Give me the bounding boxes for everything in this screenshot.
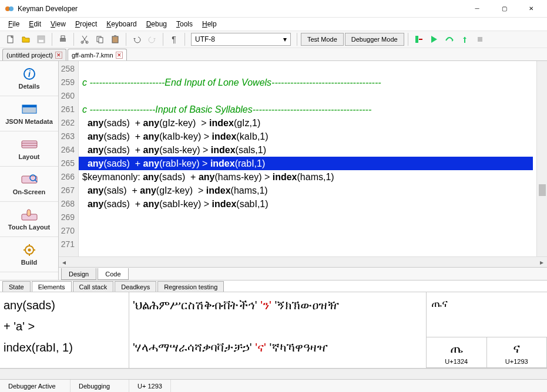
status-bar: Debugger Active Debugging U+ 1293 (0, 379, 547, 392)
status-debugger-active: Debugger Active (0, 380, 71, 392)
document-tab-label: (untitled project) (6, 52, 53, 59)
undo-icon[interactable] (130, 32, 144, 46)
codepoint-cell: ና U+1293 (486, 337, 548, 368)
menu-tools[interactable]: Tools (172, 19, 197, 29)
tab-state[interactable]: State (2, 281, 31, 292)
svg-rect-5 (60, 38, 66, 42)
svg-rect-11 (112, 36, 118, 43)
debugger-panel: any(sads)+ 'a' >index(rabI, 1) 'ህልሕምሥርስሽ… (0, 292, 547, 369)
vertical-scrollbar[interactable] (536, 61, 547, 256)
minimize-button[interactable]: ─ (464, 0, 491, 18)
codepoint-code: U+1324 (445, 358, 468, 365)
sidebar-item-details[interactable]: i Details (0, 61, 58, 96)
sidebar-item-json[interactable]: JSON Metadata (0, 96, 58, 131)
touch-icon (21, 208, 38, 221)
sidebar-item-touch[interactable]: Touch Layout (0, 202, 58, 237)
codepoint-glyph: ጤ (450, 341, 463, 356)
menu-bar: File Edit View Project Keyboard Debug To… (0, 18, 547, 31)
redo-icon[interactable] (145, 32, 159, 46)
menu-keyboard[interactable]: Keyboard (102, 19, 141, 29)
test-mode-button[interactable]: Test Mode (301, 33, 344, 46)
svg-point-8 (86, 41, 88, 43)
cut-icon[interactable] (78, 32, 92, 46)
save-icon[interactable] (34, 32, 48, 46)
chevron-down-icon: ▾ (283, 35, 287, 43)
menu-debug[interactable]: Debug (142, 19, 172, 29)
sidebar-item-label: On-Screen (13, 188, 46, 195)
debug-stop-icon[interactable] (473, 32, 487, 46)
sidebar-item-label: Build (21, 259, 38, 266)
debugger-horizontal-scrollbar[interactable] (0, 369, 547, 379)
status-codepoint: U+ 1293 (129, 380, 171, 392)
debugger-mode-button[interactable]: Debugger Mode (345, 33, 404, 46)
encoding-select[interactable]: UTF-8 ▾ (191, 33, 291, 46)
info-icon: i (21, 67, 38, 80)
debugger-rule-column: any(sads)+ 'a' >index(rabI, 1) (0, 292, 129, 368)
paste-icon[interactable] (108, 32, 122, 46)
sidebar-item-label: Touch Layout (8, 224, 50, 231)
toolbar: ¶ UTF-8 ▾ Test Mode Debugger Mode (0, 31, 547, 48)
sidebar-item-label: Layout (18, 153, 39, 160)
debugger-preview-panel: ጤና ጤ U+1324 ና U+1293 (427, 292, 547, 368)
menu-help[interactable]: Help (197, 19, 222, 29)
debug-run-icon[interactable] (427, 32, 441, 46)
line-number-gutter: 2582592602612622632642652662672682692702… (59, 61, 79, 256)
menu-edit[interactable]: Edit (24, 19, 46, 29)
svg-rect-6 (61, 36, 65, 38)
document-tab[interactable]: (untitled project) ✕ (2, 49, 66, 60)
svg-point-7 (81, 41, 83, 43)
svg-rect-10 (99, 38, 103, 43)
horizontal-scrollbar[interactable]: ◂▸ (59, 256, 547, 267)
title-bar: Keyman Developer ─ ▢ ✕ (0, 0, 547, 18)
tab-code[interactable]: Code (98, 268, 128, 280)
codepoint-cell: ጤ U+1324 (426, 337, 487, 368)
window-title: Keyman Developer (18, 5, 464, 13)
svg-rect-12 (114, 35, 116, 37)
svg-text:i: i (28, 69, 31, 79)
svg-point-27 (28, 248, 31, 251)
close-icon[interactable]: ✕ (55, 52, 62, 59)
menu-project[interactable]: Project (71, 19, 102, 29)
codepoint-code: U+1293 (505, 358, 528, 365)
tab-callstack[interactable]: Call stack (73, 281, 114, 292)
open-file-icon[interactable] (19, 32, 33, 46)
preview-text: ጤና (427, 292, 547, 337)
metadata-icon (21, 103, 38, 116)
svg-rect-13 (415, 36, 418, 43)
sidebar-item-label: Details (18, 83, 39, 90)
code-editor[interactable]: c ------------------------End Input of L… (79, 61, 536, 256)
sidebar-item-onscreen[interactable]: On-Screen (0, 167, 58, 202)
maximize-button[interactable]: ▢ (491, 0, 518, 18)
document-tabs: (untitled project) ✕ gff-amh-7.kmn ✕ (0, 48, 547, 61)
tab-elements[interactable]: Elements (32, 281, 72, 292)
svg-rect-18 (22, 105, 36, 107)
tab-regression[interactable]: Regression testing (157, 281, 224, 292)
debug-step-over-icon[interactable] (442, 32, 457, 46)
copy-icon[interactable] (93, 32, 107, 46)
pilcrow-icon[interactable]: ¶ (167, 32, 181, 46)
document-tab[interactable]: gff-amh-7.kmn ✕ (68, 49, 127, 60)
tab-design[interactable]: Design (61, 268, 96, 280)
gear-icon (21, 244, 38, 256)
editor-sidebar: i Details JSON Metadata Layout On-Screen… (0, 61, 59, 280)
svg-rect-4 (39, 40, 43, 42)
editor-mode-tabs: Design Code (59, 267, 547, 280)
onscreen-icon (21, 173, 38, 186)
close-button[interactable]: ✕ (518, 0, 545, 18)
sidebar-item-build[interactable]: Build (0, 237, 58, 272)
app-icon (5, 4, 14, 13)
svg-point-1 (9, 6, 14, 11)
print-icon[interactable] (56, 32, 70, 46)
close-icon[interactable]: ✕ (116, 52, 123, 59)
sidebar-item-layout[interactable]: Layout (0, 131, 58, 167)
status-debugging: Debugging (71, 380, 129, 392)
keyboard-icon (21, 138, 38, 151)
tab-deadkeys[interactable]: Deadkeys (115, 281, 156, 292)
menu-file[interactable]: File (4, 19, 24, 29)
svg-rect-19 (22, 141, 37, 148)
menu-view[interactable]: View (46, 19, 71, 29)
svg-rect-14 (478, 37, 482, 42)
new-file-icon[interactable] (4, 32, 18, 46)
debug-step-into-icon[interactable] (412, 32, 426, 46)
debug-step-out-icon[interactable] (458, 32, 472, 46)
